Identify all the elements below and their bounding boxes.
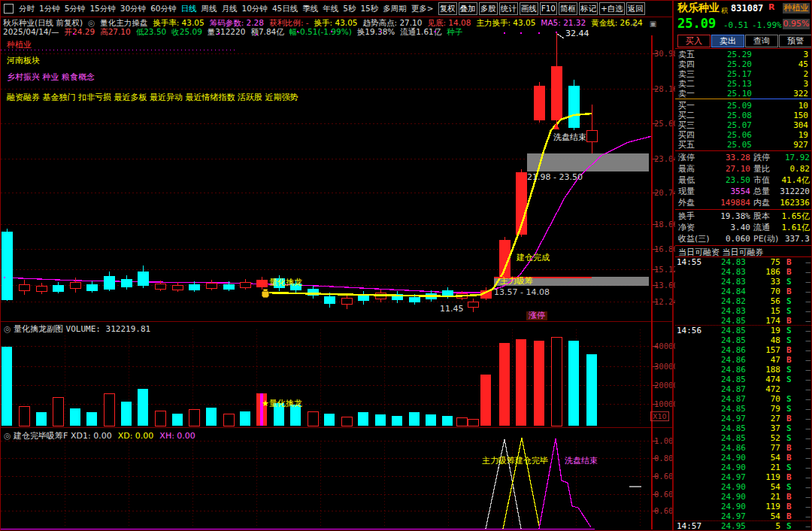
quote-panel: 秋乐种业 积 831087 R 种植业 25.09 -0.51 -1.99% 0… <box>675 1 812 531</box>
candle <box>70 282 80 288</box>
tick-cell: — <box>805 335 810 345</box>
stat-cell: 162336 <box>766 197 810 208</box>
tick-cell: 24.83 <box>702 277 746 287</box>
tick-row: 24.83186B— <box>675 267 812 277</box>
volume-bar <box>586 354 597 426</box>
tick-cell: 24.97 <box>702 472 746 482</box>
concept-tag[interactable]: 河南板块 <box>7 55 40 66</box>
tick-cell: 188 <box>747 365 780 375</box>
tick-cell: 24.90 <box>702 492 746 502</box>
tick-row: 24.8470B— <box>675 287 812 296</box>
tick-row: 24.8315S— <box>675 306 812 316</box>
tick-row: 14:5624.8519S— <box>675 326 812 335</box>
ob-cell: 卖一 <box>678 89 695 99</box>
tick-cell: 24.86 <box>702 345 746 355</box>
industry-button[interactable]: 种植业 <box>783 3 810 14</box>
stat-cell: 3.40 <box>702 222 750 233</box>
ob-cell: 25.08 <box>705 111 752 120</box>
order-book-row: 卖五25.293 <box>675 50 812 59</box>
ob-cell: 买三 <box>678 120 695 130</box>
chart-annotation: 32.44 <box>565 29 589 38</box>
stat-cell: 41.4亿 <box>766 174 810 186</box>
tick-cell: 24.85 <box>702 326 746 335</box>
app-window: 分时1分钟5分钟15分钟30分钟60分钟日线周线月线10分钟45日线季线年线5秒… <box>0 0 812 531</box>
volume-bar <box>172 414 183 426</box>
volume-bar <box>240 411 250 426</box>
ob-cell: 卖五 <box>678 50 695 59</box>
ob-cell: 买一 <box>678 101 695 111</box>
tick-cell: 56 <box>747 296 780 306</box>
volume-bar <box>375 414 386 426</box>
tick-cell: 79 <box>747 404 780 414</box>
trade-button-买入[interactable]: 买入 <box>677 35 710 47</box>
tick-cell: B <box>786 502 792 511</box>
tick-cell: 24.85 <box>702 423 746 433</box>
tick-cell: — <box>805 463 810 472</box>
stat-cell: 0.82 <box>766 163 810 174</box>
volume-indicator-name[interactable]: 量化擒龙副图 <box>14 324 63 334</box>
stat-cell: 3554 <box>702 186 750 197</box>
tick-row: 24.8770S— <box>675 394 812 404</box>
pct-badge: 0.95% <box>783 19 810 29</box>
order-book-row: 买五25.05927 <box>675 140 812 150</box>
tick-cell: — <box>805 482 810 492</box>
concept-tag[interactable]: 融资融券 基金独门 扣非亏损 最近多板 最近异动 最近情绪指数 活跃股 近期强势 <box>7 92 298 103</box>
collapse-icon[interactable]: ◎ <box>4 324 11 334</box>
volume-bar <box>456 417 467 426</box>
order-book-row: 卖一25.10322 <box>675 89 812 99</box>
stats-row: 最低23.50市值41.4亿 <box>675 174 812 186</box>
stat-cell: 337.3 <box>766 233 810 244</box>
tick-cell: — <box>805 287 810 296</box>
trade-button-预警[interactable]: 预警 <box>779 35 812 47</box>
volume-bar <box>551 337 562 426</box>
ob-cell: 150 <box>793 111 808 120</box>
volume-bar <box>189 409 199 426</box>
tick-row: 24.8256S— <box>675 296 812 306</box>
volume-bar <box>308 411 318 426</box>
magenta-dot <box>72 32 74 35</box>
trade-button-查询[interactable]: 查询 <box>745 35 778 47</box>
candle <box>240 282 250 287</box>
tick-cell: 119 <box>747 502 780 511</box>
tick-cell: 70 <box>747 287 780 296</box>
candle <box>206 283 217 288</box>
tick-row: 24.8333S— <box>675 277 812 287</box>
trade-button-卖出[interactable]: 卖出 <box>711 35 744 47</box>
tick-cell: — <box>805 365 810 375</box>
tick-cell: 474 <box>747 375 780 384</box>
tick-row: 24.8677B— <box>675 443 812 453</box>
tick-cell: S <box>786 375 792 384</box>
tick-row: 24.86188S— <box>675 365 812 375</box>
last-price: 25.09 <box>677 16 716 31</box>
order-book-row: 买四25.0619 <box>675 130 812 140</box>
tick-cell: S <box>786 463 792 472</box>
volume-pane-header: ◎ 量化擒龙副图 VOLUME: 312219.81 <box>4 323 150 335</box>
concept-tag[interactable]: 种植业 <box>7 39 32 50</box>
tick-cell: 14:56 <box>677 326 701 335</box>
indicator-triangle <box>503 438 539 529</box>
tick-cell: 24.85 <box>702 335 746 345</box>
candle <box>468 302 478 307</box>
tick-row: 24.86157B— <box>675 345 812 355</box>
volume-bar <box>70 408 80 426</box>
candle <box>36 286 47 291</box>
sub-indicator-name[interactable]: 建仓完毕吸筹F <box>14 431 68 441</box>
concept-tag[interactable]: 乡村振兴 种业 粮食概念 <box>7 71 95 83</box>
tick-cell: 70 <box>747 394 780 404</box>
ob-cell: 19 <box>798 130 808 140</box>
ob-cell: 927 <box>793 140 808 150</box>
collapse-icon[interactable]: ◎ <box>4 431 11 441</box>
tick-cell: — <box>805 326 810 335</box>
tick-cell: 24.90 <box>702 482 746 492</box>
ob-cell: 25.29 <box>705 50 752 59</box>
tick-row: 24.8579S— <box>675 404 812 414</box>
panel-divider <box>672 1 674 531</box>
tick-cell: — <box>805 345 810 355</box>
candle <box>172 285 183 290</box>
volume-bar <box>442 416 453 426</box>
volume-bar <box>155 411 165 426</box>
volume-bar <box>104 393 114 426</box>
candle <box>104 276 114 289</box>
ob-cell: 买二 <box>678 111 695 120</box>
tick-cell: S <box>786 521 792 531</box>
